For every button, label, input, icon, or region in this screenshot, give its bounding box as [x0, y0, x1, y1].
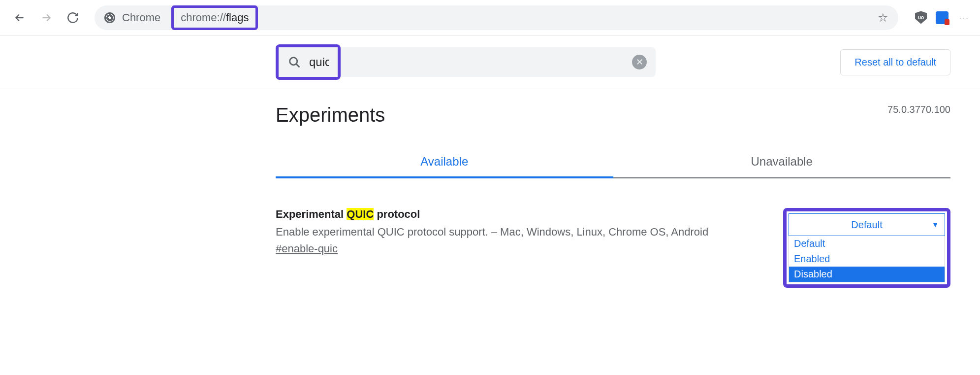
search-box[interactable] — [279, 47, 338, 77]
extension-grey-icon[interactable]: ⋯ — [957, 11, 970, 24]
extension-icons: uo ⋯ — [910, 11, 970, 24]
chrome-icon — [104, 12, 115, 23]
flag-description: Enable experimental QUIC protocol suppor… — [276, 226, 763, 239]
content: Experiments 75.0.3770.100 Available Unav… — [0, 89, 980, 317]
ublock-icon[interactable]: uo — [915, 11, 927, 24]
url-highlight-box: chrome://flags — [171, 5, 258, 30]
option-disabled[interactable]: Disabled — [789, 267, 945, 282]
svg-point-0 — [290, 58, 297, 65]
tab-unavailable[interactable]: Unavailable — [613, 146, 951, 177]
bookmark-star-icon[interactable]: ☆ — [878, 11, 888, 25]
flag-text: Experimental QUIC protocol Enable experi… — [276, 208, 763, 255]
search-input[interactable] — [309, 55, 329, 69]
back-button[interactable] — [10, 8, 30, 28]
search-icon — [287, 55, 301, 69]
browser-toolbar: Chrome chrome://flags ☆ uo ⋯ — [0, 0, 980, 35]
search-highlight-box — [276, 44, 341, 80]
flags-header: ✕ Reset all to default — [0, 35, 980, 89]
reload-button[interactable] — [63, 8, 83, 28]
flag-hash-link[interactable]: #enable-quic — [276, 242, 338, 255]
url-text: chrome://flags — [181, 11, 249, 24]
option-enabled[interactable]: Enabled — [789, 251, 945, 267]
flag-row: Experimental QUIC protocol Enable experi… — [276, 208, 950, 288]
search-box-rest: ✕ — [341, 47, 656, 77]
clear-search-button[interactable]: ✕ — [632, 55, 647, 69]
forward-button[interactable] — [36, 8, 56, 28]
select-highlight-box: Default Default Enabled Disabled — [783, 208, 950, 288]
tab-available[interactable]: Available — [276, 146, 613, 177]
extension-blue-icon[interactable] — [936, 11, 948, 24]
flag-title: Experimental QUIC protocol — [276, 208, 763, 221]
title-row: Experiments 75.0.3770.100 — [276, 104, 950, 126]
page-title: Experiments — [276, 104, 385, 126]
version-text: 75.0.3770.100 — [887, 104, 950, 115]
option-default[interactable]: Default — [789, 236, 945, 251]
omnibox-label: Chrome — [122, 11, 160, 24]
svg-line-1 — [296, 64, 300, 68]
search-wrap: ✕ — [276, 44, 656, 80]
flag-select-value: Default — [851, 219, 882, 231]
omnibox[interactable]: Chrome chrome://flags ☆ — [95, 5, 898, 30]
flag-select[interactable]: Default — [789, 213, 945, 236]
reset-all-button[interactable]: Reset all to default — [840, 49, 950, 75]
tabs: Available Unavailable — [276, 146, 950, 178]
flag-options-list: Default Enabled Disabled — [789, 236, 945, 282]
